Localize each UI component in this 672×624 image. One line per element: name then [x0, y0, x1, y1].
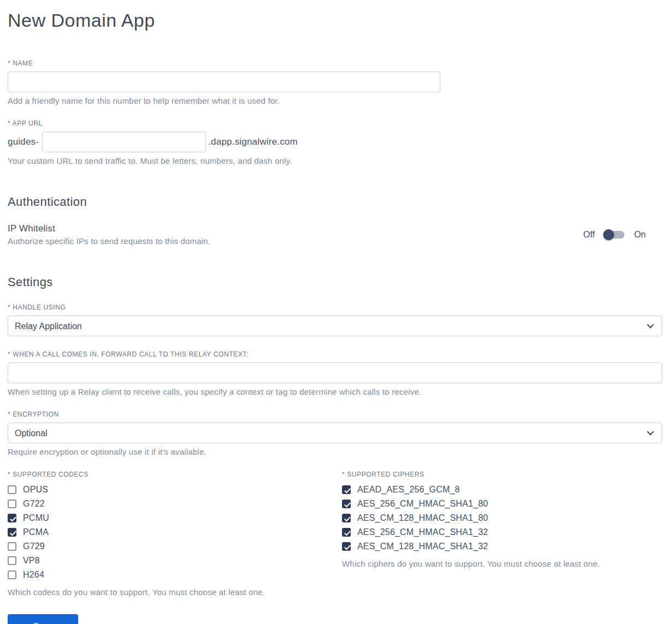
name-help: Add a friendly name for this number to h… — [8, 96, 662, 105]
supported-ciphers-help: Which ciphers do you want to support. Yo… — [342, 559, 662, 568]
app-url-label: * APP URL — [8, 120, 662, 127]
codec-label: PCMA — [23, 527, 49, 537]
checkbox-icon[interactable] — [8, 500, 16, 508]
checkbox-icon[interactable] — [8, 528, 16, 537]
cipher-option[interactable]: AES_CM_128_HMAC_SHA1_80 — [342, 511, 662, 525]
encryption-label: * ENCRYPTION — [8, 411, 662, 418]
codec-option-g729[interactable]: G729 — [8, 539, 342, 554]
checkbox-icon[interactable] — [8, 556, 16, 565]
codec-option-h264[interactable]: H264 — [8, 568, 342, 582]
checkbox-icon[interactable] — [342, 500, 351, 508]
ip-whitelist-toggle-group: Off On — [583, 230, 662, 240]
cipher-label: AES_CM_128_HMAC_SHA1_80 — [357, 513, 488, 523]
toggle-off-label: Off — [583, 230, 595, 240]
ip-whitelist-text: IP Whitelist Authorize specific IPs to s… — [8, 223, 210, 246]
checkbox-icon[interactable] — [342, 528, 351, 537]
toggle-on-label: On — [634, 230, 646, 240]
name-field: * NAME Add a friendly name for this numb… — [8, 60, 662, 105]
encryption-help: Require encryption or optionally use it … — [8, 447, 662, 456]
ip-whitelist-label: IP Whitelist — [8, 223, 210, 234]
codec-label: OPUS — [23, 485, 48, 495]
cipher-option[interactable]: AES_256_CM_HMAC_SHA1_80 — [342, 497, 662, 511]
checkbox-icon[interactable] — [8, 514, 16, 522]
ip-whitelist-row: IP Whitelist Authorize specific IPs to s… — [8, 223, 662, 246]
page-title: New Domain App — [8, 10, 662, 31]
relay-context-field: * WHEN A CALL COMES IN, FORWARD CALL TO … — [8, 350, 662, 396]
cipher-label: AES_CM_128_HMAC_SHA1_32 — [357, 542, 488, 551]
cipher-label: AEAD_AES_256_GCM_8 — [357, 485, 460, 495]
cipher-option[interactable]: AES_CM_128_HMAC_SHA1_32 — [342, 539, 662, 554]
codecs-ciphers-columns: * SUPPORTED CODECS OPUS G722 PCMU PCMA G… — [8, 471, 662, 597]
checkbox-icon[interactable] — [8, 542, 16, 551]
supported-codecs-group: * SUPPORTED CODECS OPUS G722 PCMU PCMA G… — [8, 471, 342, 597]
codec-option-g722[interactable]: G722 — [8, 497, 342, 511]
encryption-select-wrap: Optional — [8, 423, 662, 443]
handle-using-select[interactable]: Relay Application — [8, 316, 662, 336]
app-url-suffix: .dapp.signalwire.com — [208, 136, 298, 147]
toggle-knob-icon — [603, 229, 614, 240]
encryption-select[interactable]: Optional — [8, 423, 662, 443]
settings-heading: Settings — [8, 275, 662, 289]
codec-option-pcmu[interactable]: PCMU — [8, 511, 342, 525]
handle-using-field: * HANDLE USING Relay Application — [8, 304, 662, 336]
checkbox-icon[interactable] — [342, 514, 351, 522]
name-label: * NAME — [8, 60, 662, 67]
checkbox-icon[interactable] — [8, 570, 16, 579]
checkbox-icon[interactable] — [342, 542, 351, 551]
cipher-option[interactable]: AES_256_CM_HMAC_SHA1_32 — [342, 525, 662, 539]
codec-option-pcma[interactable]: PCMA — [8, 525, 342, 539]
ip-whitelist-toggle[interactable] — [605, 231, 624, 239]
app-url-input[interactable] — [42, 132, 206, 152]
ip-whitelist-help: Authorize specific IPs to send requests … — [8, 236, 210, 246]
supported-codecs-label: * SUPPORTED CODECS — [8, 471, 342, 478]
relay-context-label: * WHEN A CALL COMES IN, FORWARD CALL TO … — [8, 350, 662, 358]
codec-label: G722 — [23, 499, 45, 509]
supported-codecs-help: Which codecs do you want to support. You… — [8, 587, 342, 597]
relay-context-help: When setting up a Relay client to receiv… — [8, 387, 662, 396]
codec-label: VP8 — [23, 556, 40, 566]
app-url-help: Your custom URL to send traffic to. Must… — [8, 156, 662, 165]
codec-option-vp8[interactable]: VP8 — [8, 554, 342, 568]
cipher-option[interactable]: AEAD_AES_256_GCM_8 — [342, 483, 662, 497]
codec-label: PCMU — [23, 513, 49, 523]
handle-using-select-wrap: Relay Application — [8, 316, 662, 336]
checkbox-icon[interactable] — [8, 485, 16, 494]
codec-option-opus[interactable]: OPUS — [8, 483, 342, 497]
app-url-field: * APP URL guides- .dapp.signalwire.com Y… — [8, 120, 662, 165]
codec-label: G729 — [23, 542, 45, 551]
cipher-label: AES_256_CM_HMAC_SHA1_80 — [357, 499, 488, 509]
supported-ciphers-label: * SUPPORTED CIPHERS — [342, 471, 662, 478]
relay-context-input[interactable] — [8, 362, 662, 383]
save-button[interactable]: Save — [8, 614, 78, 624]
name-input[interactable] — [8, 72, 440, 92]
checkbox-icon[interactable] — [342, 485, 351, 494]
cipher-label: AES_256_CM_HMAC_SHA1_32 — [357, 527, 488, 537]
new-domain-app-page: New Domain App * NAME Add a friendly nam… — [0, 0, 672, 624]
app-url-prefix: guides- — [8, 136, 39, 147]
codec-label: H264 — [23, 570, 44, 580]
app-url-row: guides- .dapp.signalwire.com — [8, 132, 662, 152]
encryption-field: * ENCRYPTION Optional Require encryption… — [8, 411, 662, 456]
supported-ciphers-group: * SUPPORTED CIPHERS AEAD_AES_256_GCM_8 A… — [342, 471, 662, 568]
authentication-heading: Authentication — [8, 195, 662, 209]
handle-using-label: * HANDLE USING — [8, 304, 662, 311]
